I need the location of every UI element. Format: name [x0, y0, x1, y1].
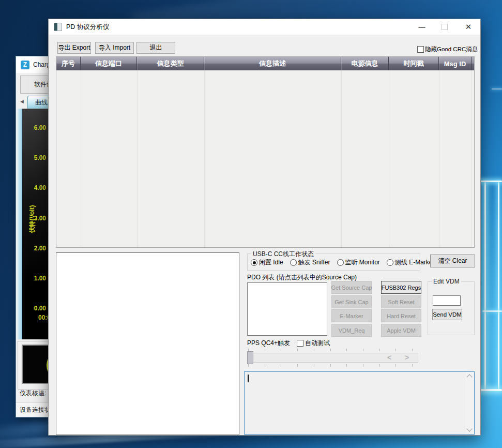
vdm-req-button[interactable]: VDM_Req	[331, 324, 372, 337]
table-column-line	[471, 70, 472, 247]
pd-window-title: PD 协议分析仪	[66, 23, 109, 32]
export-button[interactable]: 导出 Export	[57, 42, 91, 54]
wallpaper-glow-line	[498, 182, 499, 390]
cc-status-radio-row: 闲置 Idle 触发 Sniffer 监听 Monitor 测线 E-Marke…	[251, 258, 435, 267]
auto-test-checkbox[interactable]	[297, 340, 303, 347]
pdo-listbox[interactable]	[247, 282, 327, 336]
clear-button[interactable]: 清空 Clear	[430, 255, 475, 267]
column-header-time[interactable]: 时间戳	[389, 57, 439, 70]
radio-monitor[interactable]: 监听 Monitor	[337, 258, 380, 267]
table-column-line	[81, 70, 81, 247]
table-body[interactable]	[56, 70, 474, 247]
charger-app-icon: Z	[21, 61, 29, 69]
soft-reset-button[interactable]: Soft Reset	[381, 295, 421, 308]
e-marker-button[interactable]: E-Marker	[331, 309, 372, 322]
import-button[interactable]: 导入 Import	[95, 42, 134, 54]
close-button[interactable]: ✕	[460, 19, 477, 35]
y-tick-label: 2.00	[20, 245, 46, 252]
radio-sniffer-label: 触发 Sniffer	[298, 258, 330, 267]
log-textarea[interactable]	[244, 371, 475, 435]
edit-vdm-group-title: Edit VDM	[432, 278, 461, 285]
apple-vdm-button[interactable]: Apple VDM	[381, 324, 421, 337]
vdm-input[interactable]	[433, 295, 461, 306]
auto-test-checkbox-row[interactable]: 自动测试	[297, 339, 330, 348]
table-header: 序号 信息端口 信息类型 信息描述 电源信息 时间戳 Msg ID	[56, 57, 474, 70]
radio-emarker[interactable]: 测线 E-Marker	[387, 258, 435, 267]
maximize-button[interactable]	[436, 19, 453, 35]
fusb302-regs-button[interactable]: FUSB302 Regs	[381, 281, 421, 294]
radio-monitor-label: 监听 Monitor	[345, 258, 380, 267]
cc-status-group: USB-C CC线工作状态 闲置 Idle 触发 Sniffer 监听 Moni…	[247, 253, 420, 271]
pps-slider-handle[interactable]	[247, 351, 253, 364]
auto-test-label: 自动测试	[305, 339, 330, 348]
column-header-seq[interactable]: 序号	[56, 57, 81, 70]
wallpaper-glow-line	[482, 310, 502, 312]
column-header-msgid[interactable]: Msg ID	[439, 57, 471, 70]
edit-vdm-group: Edit VDM Send VDM	[428, 281, 475, 335]
message-table[interactable]: 序号 信息端口 信息类型 信息描述 电源信息 时间戳 Msg ID	[56, 56, 475, 248]
y-tick-label: 0.00	[20, 305, 46, 312]
cc-status-group-title: USB-C CC线工作状态	[251, 250, 315, 259]
get-source-cap-button[interactable]: Get Source Cap	[331, 281, 372, 294]
tab-collapse-arrow-icon[interactable]: ◀	[20, 99, 24, 104]
hard-reset-button[interactable]: Hard Reset	[381, 309, 421, 322]
column-header-desc[interactable]: 信息描述	[204, 57, 341, 70]
radio-emarker-circle[interactable]	[387, 259, 393, 266]
pps-slider[interactable]	[247, 353, 418, 363]
slider-increment-arrow[interactable]: >	[405, 353, 409, 362]
column-header-port[interactable]: 信息端口	[81, 57, 137, 70]
radio-sniffer-circle[interactable]	[290, 259, 297, 266]
column-header-type[interactable]: 信息类型	[137, 57, 204, 70]
hide-crc-label: 隐藏Good CRC消息	[425, 46, 478, 53]
slider-ticks-bottom	[248, 364, 413, 367]
device-connection-label: 设备连接状	[20, 406, 51, 414]
hide-crc-checkbox-row[interactable]: 隐藏Good CRC消息	[417, 46, 478, 53]
y-tick-label: 6.00	[20, 124, 46, 131]
text-caret	[248, 375, 249, 382]
pps-row: PPS QC4+触发 自动测试	[247, 339, 330, 348]
radio-sniffer[interactable]: 触发 Sniffer	[290, 258, 330, 267]
slider-ticks-top	[248, 349, 413, 351]
table-column-line	[389, 70, 389, 247]
get-sink-cap-button[interactable]: Get Sink Cap	[331, 295, 372, 308]
charger-window-title: Charg	[33, 61, 50, 68]
slider-decrement-arrow[interactable]: <	[387, 353, 391, 362]
exit-button[interactable]: 退出	[136, 42, 175, 54]
scroll-up-icon[interactable]	[466, 374, 472, 380]
y-tick-label: 5.00	[20, 154, 46, 161]
wallpaper-glow-line	[484, 182, 486, 390]
table-column-line	[204, 70, 205, 247]
pd-analyzer-window: PD 协议分析仪 — ✕ 导出 Export 导入 Import 退出 隐藏Go…	[48, 19, 481, 436]
table-column-line	[439, 70, 439, 247]
wallpaper-glow-line	[478, 181, 502, 182]
radio-monitor-circle[interactable]	[337, 259, 344, 266]
table-column-line	[341, 70, 342, 247]
hide-crc-checkbox[interactable]	[417, 46, 424, 53]
y-tick-label: 1.00	[20, 275, 46, 282]
radio-idle[interactable]: 闲置 Idle	[251, 258, 283, 267]
table-column-line	[137, 70, 138, 247]
scroll-down-icon[interactable]	[466, 426, 472, 431]
detail-listbox[interactable]	[56, 252, 239, 435]
pd-app-icon	[54, 23, 62, 31]
core-temp-label: 仪表核温:	[20, 389, 46, 398]
y-tick-label: 4.00	[20, 184, 46, 191]
send-vdm-button[interactable]: Send VDM	[432, 309, 462, 320]
wallpaper-glow-line	[492, 88, 502, 89]
log-scrollbar[interactable]	[465, 372, 474, 434]
radio-idle-circle[interactable]	[251, 259, 257, 266]
minimize-button[interactable]: —	[414, 19, 430, 35]
column-header-power[interactable]: 电源信息	[341, 57, 389, 70]
radio-idle-label: 闲置 Idle	[259, 258, 283, 267]
maximize-icon	[442, 24, 448, 30]
radio-emarker-label: 测线 E-Marker	[395, 258, 435, 267]
pps-trigger-label: PPS QC4+触发	[247, 339, 290, 348]
y-tick-label: 3.00	[20, 215, 46, 222]
